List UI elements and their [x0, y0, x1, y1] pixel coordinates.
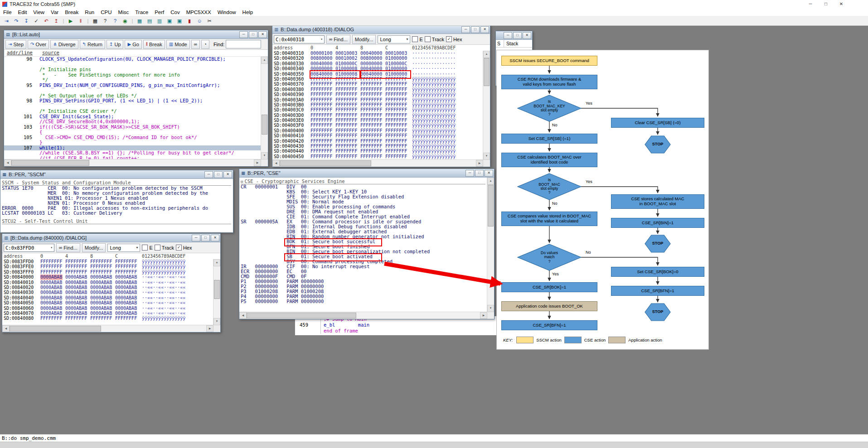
- stack-col-stack[interactable]: Stack: [504, 40, 518, 47]
- hex-value[interactable]: FFFFFFFF: [360, 128, 383, 133]
- hex-value[interactable]: FFFFFFFF: [335, 107, 358, 112]
- code-line[interactable]: [4, 88, 261, 93]
- minimize-icon[interactable]: ─: [504, 32, 512, 39]
- world-icon[interactable]: ◉: [121, 17, 130, 25]
- hex-value[interactable]: 0000ABAB: [90, 275, 112, 279]
- up-button[interactable]: ↥ Up: [107, 40, 123, 49]
- hex-value[interactable]: FFFFFFFF: [40, 264, 63, 269]
- hex-value[interactable]: FFFFFFFF: [65, 264, 87, 269]
- hex-value[interactable]: FFFFFFFF: [360, 102, 383, 107]
- hex-value[interactable]: FFFFFFFF: [360, 107, 383, 112]
- hex-value[interactable]: FFFFFFFF: [65, 270, 87, 275]
- scrollbar-thumb[interactable]: [280, 160, 371, 166]
- flash-icon[interactable]: ▮: [185, 17, 194, 25]
- scrollbar-thumb[interactable]: [262, 115, 267, 135]
- find-button[interactable]: ∞ Find...: [56, 243, 80, 252]
- hex-value[interactable]: 0000ABAB: [115, 311, 137, 316]
- dump-row[interactable]: SD:00400380 FFFFFFFF FFFFFFFF FFFFFFFF F…: [272, 87, 483, 92]
- scroll-down-icon[interactable]: ▼: [487, 305, 494, 312]
- close-icon[interactable]: ✕: [834, 0, 849, 8]
- go-icon[interactable]: ▶: [66, 17, 75, 25]
- stack-col-s[interactable]: S: [496, 40, 504, 47]
- hex-value[interactable]: FFFFFFFF: [310, 149, 333, 154]
- scroll-down-icon[interactable]: ▼: [261, 152, 268, 159]
- return-button[interactable]: ↰ Return: [80, 40, 105, 49]
- hex-value[interactable]: FFFFFFFF: [310, 154, 333, 159]
- hex-value[interactable]: 0000ABAB: [115, 275, 137, 279]
- hex-value[interactable]: FFFFFFFF: [310, 123, 333, 128]
- hex-value[interactable]: 0000ABAB: [115, 285, 137, 290]
- app-titlebar[interactable]: TRACE32 for Cobra55 (SMP) ─ □ ✕: [0, 0, 868, 8]
- registers-icon[interactable]: ▥: [155, 17, 164, 25]
- hex-value[interactable]: FFFFFFFF: [360, 82, 383, 87]
- hex-value[interactable]: FFFFFFFF: [385, 133, 407, 138]
- maximize-icon[interactable]: □: [471, 26, 480, 33]
- hex-value[interactable]: FFFFFFFF: [360, 123, 383, 128]
- hex-value[interactable]: FFFFFFFF: [385, 144, 407, 149]
- hex-value[interactable]: FFFFFFFF: [360, 133, 383, 138]
- window-titlebar[interactable]: ▥ [B::Data.dump (840000) /DIALOG] ─ □ ✕: [2, 234, 220, 242]
- scroll-up-icon[interactable]: ▲: [483, 51, 490, 58]
- scroll-up-icon[interactable]: ▲: [261, 57, 268, 64]
- hex-value[interactable]: FFFFFFFF: [310, 133, 333, 138]
- hex-value[interactable]: FFFFFFFF: [335, 92, 358, 97]
- hex-value[interactable]: 0000ABAB: [65, 280, 87, 285]
- maximize-icon[interactable]: □: [818, 0, 834, 8]
- minimize-icon[interactable]: ─: [461, 26, 470, 33]
- minimize-icon[interactable]: ─: [466, 170, 474, 177]
- close-icon[interactable]: ✕: [485, 170, 493, 177]
- code-line[interactable]: 105 CSE->CMD= CSE_CMD_CMD(15); /*Command…: [4, 135, 261, 140]
- hex-checkbox[interactable]: ✓Hex: [176, 245, 192, 250]
- size-select[interactable]: Long ▾: [107, 244, 140, 252]
- menu-item[interactable]: Cov: [167, 9, 183, 15]
- hex-value[interactable]: 0000ABAB: [90, 300, 112, 305]
- close-icon[interactable]: ✕: [480, 26, 489, 33]
- dump-row[interactable]: SD:00400420 FFFFFFFF FFFFFFFF FFFFFFFF F…: [272, 139, 483, 144]
- maximize-icon[interactable]: □: [475, 170, 484, 177]
- dump-icon[interactable]: ▦: [135, 17, 144, 25]
- track-checkbox[interactable]: Track: [155, 245, 174, 250]
- hex-value[interactable]: 0000ABAB: [65, 306, 87, 311]
- hex-value[interactable]: 00000100: [310, 51, 333, 56]
- code-line[interactable]: 103 if(((CSE->SR)&CSE_SR_BOK_MASK)>>CSE_…: [4, 125, 261, 130]
- hex-value[interactable]: FFFFFFFF: [335, 118, 358, 123]
- scroll-left-icon[interactable]: ◀: [2, 325, 10, 332]
- hex-value[interactable]: FFFFFFFF: [335, 128, 358, 133]
- dump-row[interactable]: SD:00840020 0000ABAB 0000ABAB 0000ABAB 0…: [2, 285, 213, 290]
- code-line[interactable]: 95 PINS_DRV_Init(NUM_OF_CONFIGURED_PINS,…: [4, 83, 261, 88]
- dump-row[interactable]: SD:00400400 FFFFFFFF FFFFFFFF FFFFFFFF F…: [272, 128, 483, 133]
- close-icon[interactable]: ✕: [258, 31, 267, 38]
- dump-row[interactable]: SD:004003B0 FFFFFFFF FFFFFFFF FFFFFFFF F…: [272, 102, 483, 107]
- hex-value[interactable]: 01000000: [385, 56, 407, 61]
- size-select[interactable]: Long ▾: [378, 35, 410, 43]
- hex-value[interactable]: FFFFFFFF: [385, 128, 407, 133]
- minimize-icon[interactable]: ─: [192, 235, 200, 241]
- scrollbar-thumb[interactable]: [214, 280, 220, 299]
- separator[interactable]: |: [86, 17, 90, 25]
- command-line[interactable]: B::do smp_demo.cmm: [0, 434, 868, 442]
- code-line[interactable]: }: [4, 140, 261, 145]
- help-icon[interactable]: ?: [101, 17, 110, 25]
- dump-row[interactable]: SD:00400330 00040000 0100000C 00000000 0…: [272, 61, 483, 66]
- hex-value[interactable]: FFFFFFFF: [360, 113, 383, 118]
- hex-value[interactable]: 0000ABAB: [90, 280, 112, 285]
- dump-row[interactable]: SD:004003F0 FFFFFFFF FFFFFFFF FFFFFFFF F…: [272, 123, 483, 128]
- dump-row[interactable]: SD:0083FFE0 FFFFFFFF FFFFFFFF FFFFFFFF F…: [2, 264, 213, 269]
- hex-value[interactable]: FFFFFFFF: [115, 316, 137, 321]
- menu-item[interactable]: Misc: [115, 9, 132, 15]
- over-button[interactable]: ↷ Over: [28, 40, 49, 49]
- minimize-icon[interactable]: ─: [803, 0, 818, 8]
- find-button[interactable]: ∞ Find...: [326, 35, 350, 44]
- chip2-icon[interactable]: ▣: [175, 17, 184, 25]
- hex-value[interactable]: 0000ABAB: [40, 280, 63, 285]
- code-line[interactable]: 98 PINS_DRV_SetPins(GPIO_PORT, (1 << LED…: [4, 98, 261, 104]
- whatis-icon[interactable]: ?: [111, 17, 120, 25]
- hex-value[interactable]: FFFFFFFF: [360, 154, 383, 159]
- hex-value[interactable]: FFFFFFFF: [335, 87, 358, 92]
- dump-row[interactable]: SD:0083FFF0 FFFFFFFF FFFFFFFF FFFFFFFF F…: [2, 270, 213, 275]
- hex-value[interactable]: FFFFFFFF: [310, 128, 333, 133]
- hex-value[interactable]: FFFFFFFF: [115, 264, 137, 269]
- window-titlebar[interactable]: ─ □ ✕: [496, 31, 532, 40]
- menu-item[interactable]: Help: [239, 9, 257, 15]
- separator[interactable]: |: [131, 17, 134, 25]
